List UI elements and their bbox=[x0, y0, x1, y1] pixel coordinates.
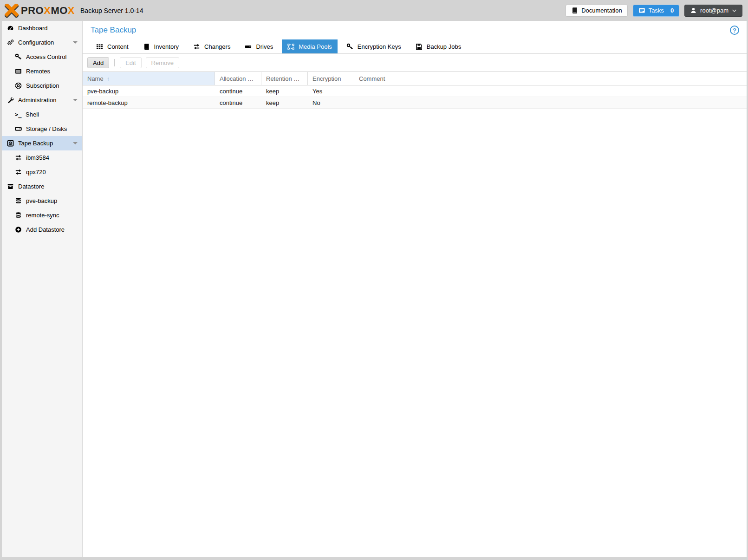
sidebar-item-administration[interactable]: Administration bbox=[2, 93, 82, 107]
sidebar-item-datastore[interactable]: Datastore bbox=[2, 179, 82, 194]
toolbar-separator bbox=[114, 59, 115, 66]
help-icon[interactable]: ? bbox=[730, 26, 739, 35]
sidebar-item-configuration[interactable]: Configuration bbox=[2, 35, 82, 50]
sidebar-item-add-datastore[interactable]: Add Datastore bbox=[2, 222, 82, 237]
documentation-button[interactable]: Documentation bbox=[566, 5, 627, 17]
sidebar-item-label: Dashboard bbox=[18, 25, 48, 32]
terminal-icon: >_ bbox=[15, 111, 23, 118]
sidebar-item-label: remote-sync bbox=[26, 212, 59, 219]
cell-encryption: Yes bbox=[308, 88, 354, 95]
sidebar-nav: Dashboard Configuration Access Control bbox=[2, 21, 83, 557]
tab-label: Backup Jobs bbox=[427, 43, 461, 50]
exchange-icon bbox=[15, 154, 22, 161]
table-row[interactable]: remote-backup continue keep No bbox=[83, 97, 747, 109]
caret-down-icon[interactable] bbox=[73, 142, 78, 144]
sidebar-item-qpx720[interactable]: qpx720 bbox=[2, 165, 82, 179]
sidebar-item-subscription[interactable]: Subscription bbox=[2, 78, 82, 93]
task-list-icon bbox=[638, 7, 645, 14]
remove-button[interactable]: Remove bbox=[146, 57, 179, 68]
tab-bar: Content Inventory Changers bbox=[83, 39, 747, 54]
sidebar-item-shell[interactable]: >_ Shell bbox=[2, 107, 82, 122]
proxmox-logo[interactable]: PROXMOX bbox=[5, 4, 75, 18]
app-frame: Dashboard Configuration Access Control bbox=[0, 21, 748, 560]
grid-icon bbox=[96, 43, 103, 50]
sidebar-item-dashboard[interactable]: Dashboard bbox=[2, 21, 82, 35]
top-bar: PROXMOX Backup Server 1.0-14 Documentati… bbox=[0, 0, 748, 21]
drive-icon bbox=[245, 43, 252, 50]
tab-inventory[interactable]: Inventory bbox=[137, 39, 184, 53]
tab-label: Drives bbox=[256, 43, 273, 50]
column-label: Retention … bbox=[266, 75, 299, 82]
sidebar-item-ibm3584[interactable]: ibm3584 bbox=[2, 150, 82, 165]
add-button[interactable]: Add bbox=[87, 57, 109, 68]
table-row[interactable]: pve-backup continue keep Yes bbox=[83, 85, 747, 97]
edit-button[interactable]: Edit bbox=[120, 57, 141, 68]
cell-name: pve-backup bbox=[83, 88, 215, 95]
sidebar-item-access-control[interactable]: Access Control bbox=[2, 50, 82, 64]
sidebar-item-label: Remotes bbox=[26, 68, 50, 75]
tab-backup-jobs[interactable]: Backup Jobs bbox=[410, 39, 467, 53]
sidebar-item-label: Configuration bbox=[18, 39, 54, 46]
gears-icon bbox=[7, 39, 14, 46]
sidebar-item-label: Datastore bbox=[18, 183, 44, 190]
documentation-label: Documentation bbox=[581, 7, 622, 14]
column-header-comment[interactable]: Comment bbox=[354, 72, 747, 85]
tab-content[interactable]: Content bbox=[91, 39, 134, 53]
sidebar-item-label: Add Datastore bbox=[26, 226, 65, 233]
caret-down-icon[interactable] bbox=[73, 41, 78, 44]
exchange-icon bbox=[193, 43, 200, 50]
product-version-label: Backup Server 1.0-14 bbox=[80, 7, 143, 14]
main-panel: Tape Backup ? Content Inventory bbox=[83, 21, 747, 557]
cell-allocation: continue bbox=[215, 99, 261, 106]
key-icon bbox=[346, 43, 353, 50]
database-icon bbox=[15, 212, 22, 219]
column-header-encryption[interactable]: Encryption bbox=[308, 72, 354, 85]
support-ring-icon bbox=[15, 82, 22, 89]
proxmox-wordmark: PROXMOX bbox=[21, 5, 75, 17]
sidebar-item-storage-disks[interactable]: Storage / Disks bbox=[2, 122, 82, 136]
sidebar-item-remotes[interactable]: Remotes bbox=[2, 64, 82, 78]
floppy-icon bbox=[416, 43, 423, 50]
grid-toolbar: Add Edit Remove bbox=[83, 54, 747, 72]
sidebar-item-label: Access Control bbox=[26, 53, 66, 60]
sort-asc-icon: ↑ bbox=[107, 75, 110, 82]
sidebar-item-label: Storage / Disks bbox=[26, 125, 67, 132]
sidebar-item-label: Subscription bbox=[26, 82, 59, 89]
tab-drives[interactable]: Drives bbox=[239, 39, 279, 53]
dashboard-icon bbox=[7, 25, 14, 32]
plus-circle-icon bbox=[15, 226, 22, 233]
tasks-button[interactable]: Tasks 0 bbox=[633, 5, 679, 17]
tab-media-pools[interactable]: Media Pools bbox=[282, 39, 338, 53]
table-header: Name ↑ Allocation … Retention … Encrypti… bbox=[83, 72, 747, 85]
tab-label: Inventory bbox=[154, 43, 179, 50]
chevron-down-icon bbox=[732, 9, 737, 13]
book-icon bbox=[143, 43, 150, 50]
caret-down-icon[interactable] bbox=[73, 99, 78, 101]
user-menu-button[interactable]: root@pam bbox=[684, 5, 742, 17]
column-header-retention[interactable]: Retention … bbox=[261, 72, 308, 85]
tab-changers[interactable]: Changers bbox=[188, 39, 236, 53]
column-header-allocation[interactable]: Allocation … bbox=[215, 72, 261, 85]
hdd-icon bbox=[15, 125, 22, 132]
column-label: Encryption bbox=[312, 75, 341, 82]
cell-name: remote-backup bbox=[83, 99, 215, 106]
user-icon bbox=[690, 7, 697, 14]
wrench-icon bbox=[7, 97, 14, 104]
user-label: root@pam bbox=[700, 7, 728, 14]
tab-label: Changers bbox=[204, 43, 230, 50]
column-label: Allocation … bbox=[220, 75, 254, 82]
book-icon bbox=[571, 7, 578, 14]
proxmox-x-icon bbox=[5, 4, 19, 18]
tab-encryption-keys[interactable]: Encryption Keys bbox=[341, 39, 407, 53]
tab-label: Media Pools bbox=[299, 43, 332, 50]
sidebar-item-remote-sync[interactable]: remote-sync bbox=[2, 208, 82, 222]
object-group-icon bbox=[287, 43, 294, 50]
cell-allocation: continue bbox=[215, 88, 261, 95]
cell-retention: keep bbox=[261, 88, 308, 95]
archive-box-icon bbox=[7, 183, 14, 190]
database-icon bbox=[15, 197, 22, 204]
sidebar-item-label: pve-backup bbox=[26, 197, 57, 204]
sidebar-item-pve-backup[interactable]: pve-backup bbox=[2, 194, 82, 208]
sidebar-item-tape-backup[interactable]: Tape Backup bbox=[2, 136, 82, 150]
column-header-name[interactable]: Name ↑ bbox=[83, 72, 215, 85]
